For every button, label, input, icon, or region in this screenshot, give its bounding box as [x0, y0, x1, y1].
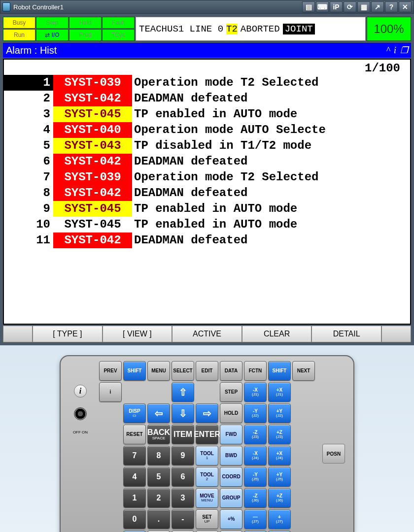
key-prev[interactable]: PREV: [99, 361, 122, 381]
alarm-row[interactable]: 10SYST-045TP enabled in AUTO mode: [4, 217, 410, 233]
key-+x-j1[interactable]: +X(J1): [268, 382, 291, 402]
titlebar-button-5[interactable]: ↗: [371, 1, 384, 12]
status-step[interactable]: Step: [36, 17, 69, 29]
key-coord[interactable]: COORD: [220, 467, 242, 487]
key-tool-1[interactable]: TOOL1: [196, 446, 218, 466]
alarm-number: 3: [4, 106, 53, 122]
alarm-row[interactable]: 1SYST-039Operation mode T2 Selected: [4, 75, 410, 91]
key-+[interactable]: +%: [220, 509, 242, 529]
key-group[interactable]: GROUP: [220, 488, 242, 508]
key--z-j3[interactable]: -Z(J3): [244, 425, 267, 444]
status-fault[interactable]: Fault: [102, 17, 135, 29]
alarm-row[interactable]: 2SYST-042DEADMAN defeated: [4, 91, 410, 106]
info-icon[interactable]: i: [394, 45, 396, 56]
key-[interactable]: ⇧: [172, 382, 194, 402]
titlebar-button-2[interactable]: iP: [330, 1, 343, 12]
alarm-code: SYST-045: [53, 217, 132, 233]
key--z-j6[interactable]: -Z(J6): [244, 488, 267, 508]
key-+z-j6[interactable]: +Z(J6): [268, 488, 291, 508]
alarm-row[interactable]: 11SYST-042DEADMAN defeated: [4, 233, 410, 248]
status-hold[interactable]: Hold: [69, 17, 102, 29]
key--y-j5[interactable]: -Y(J5): [244, 467, 267, 487]
key--[interactable]: -: [172, 509, 194, 529]
action-active[interactable]: ACTIVE: [172, 326, 242, 342]
key-[interactable]: ⇩: [172, 403, 194, 423]
status-run[interactable]: Run: [3, 29, 35, 41]
key-step[interactable]: STEP: [220, 382, 242, 402]
key-set-up[interactable]: SETUP: [196, 509, 218, 529]
key-+y-j5[interactable]: +Y(J5): [268, 467, 291, 487]
pendant-right: POSN: [319, 361, 348, 532]
key-menu[interactable]: MENU: [147, 361, 170, 381]
key-6[interactable]: 6: [172, 467, 194, 487]
titlebar-button-7[interactable]: ✕: [399, 1, 412, 12]
titlebar-button-3[interactable]: ⟳: [344, 1, 356, 12]
key--x-j4[interactable]: -X(J4): [244, 446, 267, 466]
alarm-row[interactable]: 9SYST-045TP enabled in AUTO mode: [4, 201, 410, 217]
status-grid: BusyStepHoldFaultRun⇄ I/OProdTCyc: [3, 17, 135, 41]
key-select[interactable]: SELECT: [172, 361, 194, 381]
key-i[interactable]: i: [99, 382, 122, 402]
alarm-row[interactable]: 8SYST-042DEADMAN defeated: [4, 185, 410, 201]
action-type[interactable]: [ TYPE ]: [33, 326, 103, 342]
off-on-knob[interactable]: [74, 407, 87, 420]
status-io[interactable]: ⇄ I/O: [36, 29, 69, 41]
key-bwd[interactable]: BWD: [220, 446, 242, 466]
key-back-space[interactable]: BACKSPACE: [147, 425, 170, 444]
info-round-icon[interactable]: i: [74, 385, 87, 398]
key-shift[interactable]: SHIFT: [268, 361, 291, 381]
key-tool-2[interactable]: TOOL2: [196, 467, 218, 487]
window-icon[interactable]: ❐: [400, 45, 408, 56]
key-+y-j2[interactable]: +Y(J2): [268, 403, 291, 423]
status-prod[interactable]: Prod: [69, 29, 102, 41]
key-4[interactable]: 4: [123, 467, 146, 487]
key--x-j1[interactable]: -X(J1): [244, 382, 267, 402]
key--y-j2[interactable]: -Y(J2): [244, 403, 267, 423]
action-detail[interactable]: DETAIL: [311, 326, 381, 342]
alarm-code: SYST-042: [53, 91, 132, 106]
alarm-row[interactable]: 4SYST-040Operation mode AUTO Selecte: [4, 122, 410, 138]
status-busy[interactable]: Busy: [3, 17, 35, 29]
titlebar-button-4[interactable]: ▦: [357, 1, 370, 12]
action-clear[interactable]: CLEAR: [242, 326, 312, 342]
key-+z-j3[interactable]: +Z(J3): [268, 425, 291, 444]
key-+-j7[interactable]: +(J7): [268, 509, 291, 529]
alarm-list[interactable]: 1/100 1SYST-039Operation mode T2 Selecte…: [3, 59, 411, 325]
alarm-row[interactable]: 3SYST-045TP enabled in AUTO mode: [4, 106, 410, 122]
titlebar-button-0[interactable]: ▤: [302, 1, 315, 12]
key-0[interactable]: 0: [123, 509, 146, 529]
action-view[interactable]: [ VIEW ]: [103, 326, 172, 342]
key-8[interactable]: 8: [147, 446, 170, 466]
key-item[interactable]: ITEM: [172, 425, 194, 444]
key-+x-j4[interactable]: +X(J4): [268, 446, 291, 466]
key-fctn[interactable]: FCTN: [244, 361, 267, 381]
key-move-menu[interactable]: MOVEMENU: [196, 488, 218, 508]
alarm-row[interactable]: 7SYST-039Operation mode T2 Selected: [4, 169, 410, 185]
key-shift[interactable]: SHIFT: [123, 361, 146, 381]
key-disp-[interactable]: DISP▭: [123, 403, 146, 423]
key-fwd[interactable]: FWD: [220, 425, 242, 444]
key-[interactable]: .: [147, 509, 170, 529]
titlebar-button-6[interactable]: ?: [385, 1, 398, 12]
key-reset[interactable]: RESET: [123, 425, 146, 444]
key-1[interactable]: 1: [123, 488, 146, 508]
alarm-row[interactable]: 5SYST-043TP disabled in T1/T2 mode: [4, 138, 410, 154]
alarm-row[interactable]: 6SYST-042DEADMAN defeated: [4, 154, 410, 169]
key-2[interactable]: 2: [147, 488, 170, 508]
key-next[interactable]: NEXT: [292, 361, 315, 381]
key-[interactable]: ⇨: [196, 403, 218, 423]
key-hold[interactable]: HOLD: [220, 403, 242, 423]
key-5[interactable]: 5: [147, 467, 170, 487]
key-data[interactable]: DATA: [220, 361, 242, 381]
key-edit[interactable]: EDIT: [196, 361, 218, 381]
key-7[interactable]: 7: [123, 446, 146, 466]
titlebar-button-1[interactable]: ⌨: [316, 1, 329, 12]
status-tcyc[interactable]: TCyc: [102, 29, 135, 41]
key-[interactable]: ⇦: [147, 403, 170, 423]
key-enter[interactable]: ENTER: [196, 425, 218, 444]
posn-side-button[interactable]: POSN: [322, 444, 345, 464]
key--j7[interactable]: —(J7): [244, 509, 267, 529]
caret-up-icon[interactable]: ^: [386, 45, 390, 56]
key-9[interactable]: 9: [172, 446, 194, 466]
key-3[interactable]: 3: [172, 488, 194, 508]
